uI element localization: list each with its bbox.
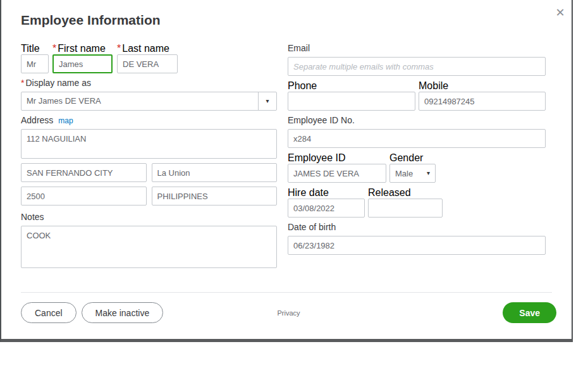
employee-id-no-label: Employee ID No. [288, 115, 546, 125]
display-name-field: *Display name as Mr James DE VERA ▾ [21, 78, 277, 111]
province-input[interactable] [152, 163, 278, 182]
hire-date-input[interactable] [288, 199, 365, 218]
gender-label: Gender [389, 152, 423, 163]
required-asterisk: * [117, 43, 121, 54]
employee-information-dialog: Employee Information ✕ Title *First name… [0, 0, 573, 342]
footer: Cancel Make inactive Privacy Save [21, 302, 556, 323]
form-body: Title *First name *Last name *Display na… [21, 43, 546, 273]
email-label: Email [288, 43, 546, 53]
map-link[interactable]: map [58, 116, 73, 125]
first-name-input[interactable] [52, 54, 113, 73]
phone-input[interactable] [288, 92, 415, 111]
hire-date-label: Hire date [288, 187, 329, 198]
first-name-label: *First name [52, 43, 106, 54]
display-name-value: Mr James DE VERA [21, 92, 258, 110]
chevron-down-icon: ▾ [266, 98, 269, 104]
required-asterisk: * [21, 78, 24, 88]
chevron-down-icon: ▾ [427, 170, 430, 176]
last-name-input[interactable] [117, 54, 178, 73]
address-field: Address map 112 NAGUILIAN [21, 115, 277, 159]
address-label: Address [21, 115, 53, 125]
footer-divider [21, 292, 552, 293]
save-button[interactable]: Save [503, 302, 556, 323]
date-of-birth-input[interactable] [288, 236, 546, 255]
city-input[interactable] [21, 163, 147, 182]
mobile-input[interactable] [419, 92, 546, 111]
postal-country-row [21, 187, 277, 205]
close-icon[interactable]: ✕ [553, 5, 568, 20]
date-of-birth-label: Date of birth [288, 222, 546, 232]
left-column: Title *First name *Last name *Display na… [21, 43, 277, 273]
display-name-dropdown-button[interactable]: ▾ [258, 92, 276, 110]
display-name-label: *Display name as [21, 78, 277, 88]
city-province-row [21, 163, 277, 182]
notes-field: Notes COOK [21, 212, 277, 268]
cancel-button[interactable]: Cancel [21, 302, 77, 323]
released-label: Released [368, 187, 411, 198]
email-field: Email [288, 43, 546, 76]
hire-released-row: Hire date Released [288, 187, 546, 218]
mobile-label: Mobile [419, 80, 448, 91]
name-row: Title *First name *Last name [21, 43, 277, 73]
email-input[interactable] [288, 57, 546, 76]
title-label: Title [21, 43, 40, 54]
employee-id-no-input[interactable] [288, 129, 546, 148]
title-input[interactable] [21, 54, 49, 73]
right-column: Email Phone Mobile Employee ID No. [288, 43, 546, 273]
employee-id-no-field: Employee ID No. [288, 115, 546, 148]
gender-value: Male [395, 169, 413, 178]
last-name-label: *Last name [117, 43, 169, 54]
released-input[interactable] [368, 199, 443, 218]
date-of-birth-field: Date of birth [288, 222, 546, 255]
street-input[interactable]: 112 NAGUILIAN [21, 129, 277, 159]
phone-mobile-row: Phone Mobile [288, 80, 546, 111]
phone-label: Phone [288, 80, 317, 91]
notes-label: Notes [21, 212, 277, 222]
employee-id-label: Employee ID [288, 152, 346, 163]
employee-id-gender-row: Employee ID Gender Male ▾ [288, 152, 546, 183]
required-asterisk: * [52, 43, 56, 54]
postal-code-input[interactable] [21, 187, 147, 205]
gender-select[interactable]: Male ▾ [389, 164, 436, 183]
notes-input[interactable]: COOK [21, 226, 277, 268]
page-title: Employee Information [21, 13, 161, 28]
make-inactive-button[interactable]: Make inactive [82, 302, 164, 323]
display-name-select[interactable]: Mr James DE VERA ▾ [21, 92, 277, 111]
privacy-link[interactable]: Privacy [277, 309, 300, 317]
country-input[interactable] [152, 187, 278, 205]
employee-id-input[interactable] [288, 164, 386, 183]
